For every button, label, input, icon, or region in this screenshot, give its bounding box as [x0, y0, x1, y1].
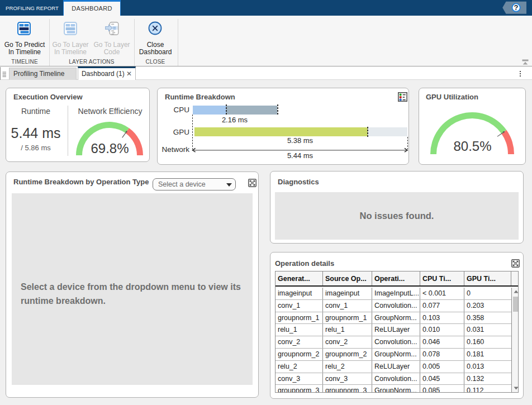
svg-text:?: ?: [514, 3, 519, 12]
